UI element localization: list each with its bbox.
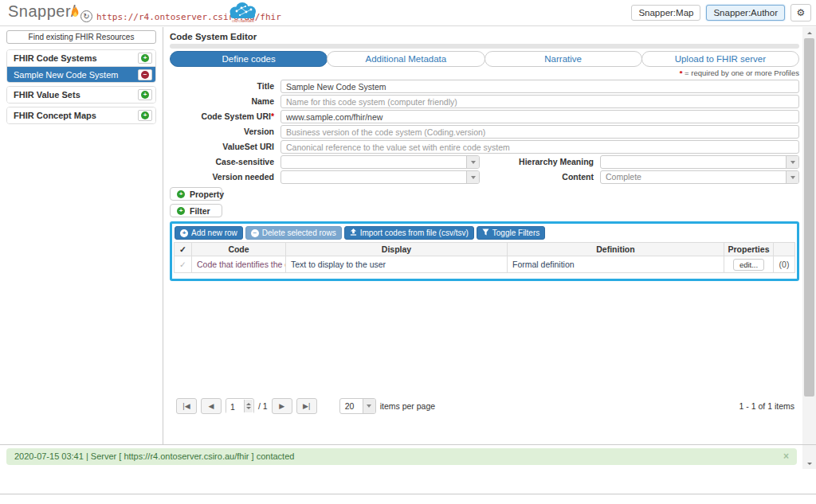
sidebar-item-fhir-code-systems[interactable]: FHIR Code Systems + bbox=[7, 50, 155, 66]
plus-icon: + bbox=[177, 190, 185, 198]
toggle-filters-button[interactable]: Toggle Filters bbox=[477, 226, 545, 240]
title-label: Title bbox=[170, 80, 274, 93]
status-bar: 2020-07-15 03:41 | Server [ https://r4.o… bbox=[6, 448, 797, 465]
items-range-label: 1 - 1 of 1 items bbox=[740, 401, 794, 411]
panel-title: Code System Editor bbox=[170, 32, 799, 42]
scrollbar-thumb[interactable] bbox=[804, 38, 814, 397]
grid-bottom-pad bbox=[174, 273, 795, 277]
filter-button-label: Filter bbox=[190, 206, 210, 216]
sidebar-item-label: FHIR Code Systems bbox=[14, 53, 138, 63]
case-sensitive-select[interactable] bbox=[280, 155, 480, 169]
snapper-map-button[interactable]: Snapper:Map bbox=[631, 5, 700, 21]
code-column-header[interactable]: Code bbox=[192, 243, 286, 256]
chevron-down-icon bbox=[466, 156, 479, 168]
snapper-logo: Snapper/ bbox=[8, 2, 76, 21]
page-bottom-line bbox=[0, 494, 816, 494]
sidebar-item-fhir-value-sets[interactable]: FHIR Value Sets + bbox=[7, 87, 155, 103]
tab-additional-metadata[interactable]: Additional Metadata bbox=[327, 51, 484, 67]
sidebar-item-sample-new-code-system[interactable]: Sample New Code System − bbox=[7, 66, 155, 82]
valueset-uri-input[interactable] bbox=[280, 140, 799, 154]
panel-divider-strip bbox=[170, 44, 799, 49]
chevron-down-icon bbox=[466, 171, 479, 183]
content-bottom-divider bbox=[0, 444, 816, 445]
code-system-editor-panel: Code System Editor Define codes Addition… bbox=[170, 32, 799, 415]
select-all-checkbox[interactable]: ✓ bbox=[175, 243, 192, 256]
scroll-up-icon[interactable] bbox=[802, 27, 816, 38]
items-per-page-select[interactable]: 20 bbox=[339, 398, 376, 414]
codes-table: ✓ Code Display Definition Properties ✓ C… bbox=[174, 242, 795, 273]
gear-icon[interactable]: ⚙ bbox=[790, 4, 811, 21]
first-page-button[interactable]: |◀ bbox=[176, 398, 197, 414]
name-input[interactable] bbox=[280, 95, 799, 108]
delete-selected-rows-button[interactable]: − Delete selected rows bbox=[245, 226, 342, 240]
properties-cell: edit... bbox=[724, 256, 774, 273]
items-per-page-label: items per page bbox=[380, 401, 435, 411]
sidebar-item-label: Sample New Code System bbox=[14, 70, 138, 80]
toggle-filters-label: Toggle Filters bbox=[492, 229, 539, 237]
close-icon[interactable]: × bbox=[783, 448, 789, 465]
code-system-uri-input[interactable] bbox=[280, 110, 799, 123]
stepper-arrows-icon[interactable] bbox=[244, 400, 253, 412]
version-needed-select[interactable] bbox=[280, 170, 480, 184]
hierarchy-meaning-select[interactable] bbox=[600, 155, 799, 169]
definition-column-header[interactable]: Definition bbox=[508, 243, 724, 256]
last-page-button[interactable]: ▶| bbox=[296, 398, 317, 414]
definition-cell[interactable]: Formal definition bbox=[508, 256, 724, 273]
find-existing-resources-button[interactable]: Find existing FHIR Resources bbox=[6, 30, 156, 44]
tab-define-codes[interactable]: Define codes bbox=[170, 51, 328, 67]
display-cell[interactable]: Text to display to the user bbox=[286, 256, 508, 273]
upload-icon bbox=[350, 229, 357, 237]
snapper-author-button[interactable]: Snapper:Author bbox=[706, 5, 785, 21]
scroll-down-icon[interactable] bbox=[802, 458, 816, 469]
page-number-stepper[interactable] bbox=[226, 398, 254, 414]
display-column-header[interactable]: Display bbox=[286, 243, 508, 256]
chevron-down-icon bbox=[363, 399, 375, 413]
add-code-system-button[interactable]: + bbox=[138, 53, 152, 64]
remove-code-system-button[interactable]: − bbox=[138, 69, 152, 80]
sidebar-item-fhir-concept-maps[interactable]: FHIR Concept Maps + bbox=[7, 107, 155, 123]
concept-maps-group: FHIR Concept Maps + bbox=[6, 107, 156, 124]
properties-column-header[interactable]: Properties bbox=[724, 243, 774, 256]
previous-page-button[interactable]: ◀ bbox=[201, 398, 222, 414]
title-input[interactable] bbox=[280, 80, 799, 93]
version-input[interactable] bbox=[280, 125, 799, 139]
ontoserver-logo: ONTOSERVER bbox=[226, 2, 260, 25]
codes-grid-highlight-box: + Add new row − Delete selected rows Imp… bbox=[170, 221, 799, 281]
status-message: 2020-07-15 03:41 | Server [ https://r4.o… bbox=[6, 448, 797, 465]
sidebar: Find existing FHIR Resources FHIR Code S… bbox=[6, 30, 156, 127]
row-checkbox[interactable]: ✓ bbox=[175, 256, 192, 273]
required-star: * bbox=[271, 111, 274, 121]
import-codes-button[interactable]: Import codes from file (csv/tsv) bbox=[344, 226, 474, 240]
vertical-scrollbar[interactable] bbox=[802, 27, 816, 469]
tab-narrative[interactable]: Narrative bbox=[484, 51, 642, 67]
edit-properties-button[interactable]: edit... bbox=[733, 259, 764, 271]
content-select[interactable]: Complete bbox=[600, 170, 799, 184]
name-label: Name bbox=[170, 95, 274, 108]
pagination-bar: |◀ ◀ / 1 ▶ ▶| 20 items per page 1 - 1 of… bbox=[170, 397, 799, 415]
add-filter-button[interactable]: + Filter bbox=[170, 204, 222, 217]
chevron-down-icon bbox=[786, 171, 798, 183]
select-value: Complete bbox=[601, 171, 798, 183]
page-count-label: / 1 bbox=[258, 401, 268, 411]
add-new-row-button[interactable]: + Add new row bbox=[175, 226, 243, 240]
add-concept-map-button[interactable]: + bbox=[138, 110, 152, 121]
property-button-label: Property bbox=[190, 189, 224, 199]
flame-icon bbox=[70, 5, 80, 23]
hierarchy-meaning-label: Hierarchy Meaning bbox=[480, 155, 594, 169]
tab-upload-to-fhir-server[interactable]: Upload to FHIR server bbox=[641, 51, 799, 67]
code-cell[interactable]: Code that identifies the con... bbox=[192, 256, 286, 273]
refresh-icon[interactable]: ↻ bbox=[80, 10, 92, 22]
next-page-button[interactable]: ▶ bbox=[272, 398, 292, 414]
minus-icon: − bbox=[251, 229, 259, 237]
table-row: ✓ Code that identifies the con... Text t… bbox=[175, 256, 795, 273]
table-header-row: ✓ Code Display Definition Properties bbox=[175, 243, 795, 256]
sidebar-item-label: FHIR Value Sets bbox=[14, 90, 138, 100]
code-system-form: Title Name Code System URI* Version Valu… bbox=[170, 80, 799, 184]
top-header: Snapper/ ↻ https://r4.ontoserver.csiro.a… bbox=[0, 0, 816, 26]
version-label: Version bbox=[170, 125, 274, 139]
grid-toolbar: + Add new row − Delete selected rows Imp… bbox=[174, 225, 795, 242]
svg-text:ONTOSERVER: ONTOSERVER bbox=[232, 19, 254, 23]
plus-icon: + bbox=[141, 54, 149, 62]
add-property-button[interactable]: + Property bbox=[170, 187, 222, 201]
add-value-set-button[interactable]: + bbox=[138, 89, 152, 100]
